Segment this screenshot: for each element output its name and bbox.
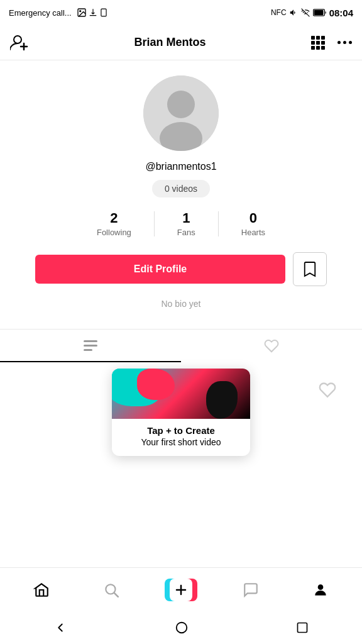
content-tabs xyxy=(0,329,362,362)
tooltip-sub-text: Your first short video xyxy=(121,437,241,447)
nav-search[interactable] xyxy=(76,582,146,598)
heart-icon[interactable] xyxy=(318,381,337,399)
nfc-icon: NFC xyxy=(271,8,287,17)
hearts-stat[interactable]: 0 Hearts xyxy=(219,210,288,237)
svg-point-16 xyxy=(177,623,187,633)
more-options-button[interactable] xyxy=(337,41,352,44)
profile-section: @brianmentos1 0 videos 2 Following 1 Fan… xyxy=(0,60,362,329)
bottom-nav xyxy=(0,567,362,611)
time: 08:04 xyxy=(329,8,353,18)
svg-line-12 xyxy=(114,592,118,596)
status-right-icons: NFC xyxy=(271,8,327,17)
following-label: Following xyxy=(97,228,131,237)
fans-label: Fans xyxy=(177,228,195,237)
top-nav: Brian Mentos xyxy=(0,25,362,60)
tooltip-thumbnail xyxy=(112,369,250,419)
username: @brianmentos1 xyxy=(145,161,216,172)
following-count: 2 xyxy=(110,210,118,226)
add-user-button[interactable] xyxy=(10,34,29,52)
nav-profile[interactable] xyxy=(286,582,356,598)
spacer xyxy=(0,465,362,567)
tab-hearts[interactable] xyxy=(181,330,362,362)
svg-point-5 xyxy=(14,36,21,43)
emergency-call-text: Emergency call... xyxy=(9,8,72,18)
svg-point-15 xyxy=(318,584,324,590)
svg-rect-4 xyxy=(314,10,323,15)
profile-name: Brian Mentos xyxy=(134,36,206,49)
tooltip-main-text: Tap + to Create xyxy=(121,425,241,436)
videos-count-badge: 0 videos xyxy=(152,180,210,197)
nav-messages[interactable] xyxy=(216,582,286,598)
stats-row: 2 Following 1 Fans 0 Hearts xyxy=(10,210,352,237)
video-area: Tap + to Create Your first short video xyxy=(0,362,362,465)
status-icons xyxy=(77,8,108,18)
top-nav-icons xyxy=(311,36,352,50)
fans-count: 1 xyxy=(182,210,190,226)
create-video-tooltip: Tap + to Create Your first short video xyxy=(112,369,250,456)
edit-profile-button[interactable]: Edit Profile xyxy=(35,255,285,284)
following-stat[interactable]: 2 Following xyxy=(74,210,154,237)
bookmark-button[interactable] xyxy=(293,252,327,286)
svg-rect-2 xyxy=(101,9,106,16)
status-bar-left: Emergency call... xyxy=(9,8,108,18)
status-bar: Emergency call... NFC 08:04 xyxy=(0,0,362,25)
svg-rect-17 xyxy=(297,623,307,633)
svg-point-9 xyxy=(167,91,195,118)
svg-point-1 xyxy=(79,11,80,12)
android-back-button[interactable] xyxy=(53,621,67,635)
nav-add[interactable] xyxy=(146,579,216,601)
android-recents-button[interactable] xyxy=(296,621,309,634)
tab-videos[interactable] xyxy=(0,330,181,362)
grid-view-button[interactable] xyxy=(311,36,325,50)
status-bar-right: NFC 08:04 xyxy=(271,8,353,18)
nav-home[interactable] xyxy=(6,582,76,598)
android-home-button[interactable] xyxy=(175,621,189,635)
bio-text: No bio yet xyxy=(161,299,200,309)
fans-stat[interactable]: 1 Fans xyxy=(155,210,218,237)
android-nav xyxy=(0,611,362,644)
tooltip-text-area: Tap + to Create Your first short video xyxy=(112,419,250,456)
avatar xyxy=(143,75,219,151)
hearts-count: 0 xyxy=(250,210,257,226)
hearts-label: Hearts xyxy=(241,228,265,237)
action-buttons: Edit Profile xyxy=(10,252,352,286)
